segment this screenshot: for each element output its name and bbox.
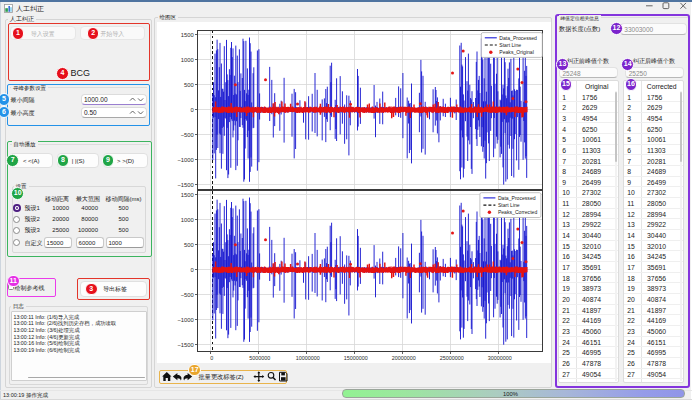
svg-text:0: 0 (190, 267, 193, 273)
svg-text:1500: 1500 (180, 32, 193, 38)
svg-text:−1500: −1500 (177, 181, 193, 187)
svg-text:−1500: −1500 (177, 342, 193, 348)
svg-text:25000000: 25000000 (439, 355, 463, 361)
svg-text:0: 0 (190, 107, 193, 113)
svg-text:Data_Processed: Data_Processed (499, 34, 537, 40)
svg-text:Start Line: Start Line (497, 202, 519, 208)
svg-text:Start Line: Start Line (499, 42, 521, 48)
svg-text:−500: −500 (180, 292, 193, 298)
svg-text:−1000: −1000 (177, 156, 193, 162)
svg-text:500: 500 (184, 242, 194, 248)
svg-text:Data_Processed: Data_Processed (497, 195, 535, 201)
svg-text:Peaks_Corrected: Peaks_Corrected (497, 209, 537, 215)
svg-text:500: 500 (184, 82, 194, 88)
svg-text:−1000: −1000 (177, 317, 193, 323)
svg-text:1000: 1000 (180, 217, 193, 223)
svg-text:0: 0 (210, 355, 213, 361)
svg-text:10000000: 10000000 (295, 355, 319, 361)
svg-text:1000: 1000 (180, 57, 193, 63)
svg-text:1500: 1500 (180, 192, 193, 198)
svg-text:15000000: 15000000 (343, 355, 367, 361)
svg-text:Peaks_Original: Peaks_Original (499, 49, 534, 55)
svg-text:−500: −500 (180, 132, 193, 138)
svg-text:5000000: 5000000 (249, 355, 270, 361)
svg-text:30000000: 30000000 (487, 355, 511, 361)
svg-text:批量更改标签(Z): 批量更改标签(Z) (199, 373, 244, 381)
svg-text:20000000: 20000000 (391, 355, 415, 361)
